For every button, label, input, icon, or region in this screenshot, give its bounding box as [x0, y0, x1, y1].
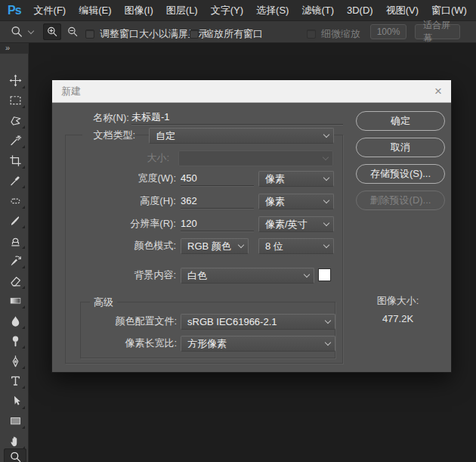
- background-label: 背景内容:: [97, 268, 176, 283]
- healing-brush-tool[interactable]: [4, 191, 26, 210]
- chevron-down-icon: [304, 271, 310, 278]
- menu-image[interactable]: 图像(I): [125, 4, 153, 17]
- resolution-label: 分辨率(R):: [97, 216, 176, 231]
- lasso-tool[interactable]: [4, 111, 26, 130]
- eraser-icon: [8, 274, 23, 288]
- zoom-in-icon: [45, 25, 59, 39]
- lasso-icon: [8, 113, 23, 128]
- healing-patch-icon: [8, 194, 23, 208]
- menu-3d[interactable]: 3D(D): [347, 5, 373, 16]
- close-icon[interactable]: ×: [434, 85, 442, 98]
- checkbox-icon: [190, 29, 199, 39]
- gradient-tool[interactable]: [4, 291, 26, 310]
- actual-pixels-button: 100%: [370, 24, 406, 39]
- background-select[interactable]: 白色: [181, 268, 314, 284]
- menu-bar: Ps 文件(F) 编辑(E) 图像(I) 图层(L) 文字(Y) 选择(S) 滤…: [0, 0, 476, 21]
- zoom-all-windows-label: 缩放所有窗口: [204, 27, 263, 41]
- zoom-in-button[interactable]: [43, 23, 61, 40]
- name-input[interactable]: 未标题-1: [131, 110, 343, 125]
- menu-filter[interactable]: 滤镜(T): [301, 4, 334, 17]
- resolution-unit-select[interactable]: 像素/英寸: [258, 216, 334, 232]
- history-brush-tool[interactable]: [4, 251, 26, 270]
- eraser-tool[interactable]: [4, 271, 26, 290]
- rectangle-shape-tool[interactable]: [4, 411, 26, 430]
- move-tool[interactable]: [4, 71, 26, 90]
- pixel-aspect-select[interactable]: 方形像素: [181, 336, 335, 352]
- chevron-down-icon: [323, 220, 329, 226]
- advanced-section-label: 高级: [90, 296, 117, 308]
- menu-file[interactable]: 文件(F): [34, 4, 66, 17]
- type-tool[interactable]: [4, 371, 26, 390]
- doc-type-select[interactable]: 自定: [149, 128, 334, 144]
- pen-tool[interactable]: [4, 352, 26, 371]
- dodge-tool[interactable]: [4, 331, 26, 350]
- collapse-panel-icon[interactable]: »: [0, 43, 29, 54]
- color-mode-label: 颜色模式:: [97, 238, 176, 253]
- chevron-down-icon: [323, 175, 329, 181]
- background-color-swatch[interactable]: [318, 268, 331, 281]
- zoom-all-windows-checkbox[interactable]: 缩放所有窗口: [190, 27, 263, 41]
- bit-depth-select[interactable]: 8 位: [258, 238, 334, 254]
- dialog-titlebar[interactable]: 新建 ×: [52, 80, 451, 103]
- resolution-input[interactable]: 120: [181, 216, 254, 231]
- width-unit-select[interactable]: 像素: [258, 171, 334, 187]
- image-size-value: 477.2K: [351, 313, 445, 324]
- brush-tool[interactable]: [4, 211, 26, 230]
- dialog-body: 高级 名称(N): 未标题-1 文档类型: 自定 大小: 宽度(W): 450 …: [52, 103, 451, 372]
- brush-icon: [8, 213, 23, 228]
- menu-layer[interactable]: 图层(L): [166, 4, 198, 17]
- zoom-tool-preset[interactable]: [9, 24, 33, 39]
- magic-wand-tool[interactable]: [4, 131, 26, 150]
- name-label: 名称(N):: [75, 110, 129, 126]
- clone-stamp-tool[interactable]: [4, 231, 26, 250]
- chevron-down-icon: [325, 340, 331, 346]
- menu-edit[interactable]: 编辑(E): [79, 4, 111, 17]
- blur-tool[interactable]: [4, 312, 26, 330]
- color-profile-select[interactable]: sRGB IEC61966-2.1: [181, 314, 335, 330]
- menu-select[interactable]: 选择(S): [256, 4, 289, 17]
- checkbox-icon: [85, 29, 94, 39]
- color-profile-label: 颜色配置文件:: [86, 314, 177, 329]
- photoshop-window: Ps 文件(F) 编辑(E) 图像(I) 图层(L) 文字(Y) 选择(S) 滤…: [0, 0, 476, 462]
- menu-window[interactable]: 窗口(W): [431, 4, 467, 17]
- ok-button[interactable]: 确定: [356, 111, 445, 131]
- options-bar: 调整窗口大小以满屏显示 缩放所有窗口 细微缩放 100% 适合屏幕: [0, 21, 476, 43]
- gradient-icon: [8, 293, 23, 308]
- zoom-out-button[interactable]: [63, 23, 82, 40]
- magic-wand-icon: [8, 133, 23, 147]
- chevron-down-icon: [28, 27, 34, 33]
- type-icon: [8, 374, 23, 388]
- chevron-down-icon: [323, 132, 329, 138]
- chevron-down-icon: [325, 318, 331, 324]
- crop-tool[interactable]: [4, 151, 26, 170]
- checkbox-icon: [307, 29, 316, 39]
- height-input[interactable]: 362: [181, 194, 254, 209]
- menu-type[interactable]: 文字(Y): [211, 4, 243, 17]
- zoom-tool-preset-icon: [9, 24, 24, 39]
- rectangular-marquee-tool[interactable]: [4, 91, 26, 110]
- fit-screen-button: 适合屏幕: [415, 24, 460, 39]
- size-select: [178, 150, 333, 166]
- image-size-label: 图像大小:: [351, 294, 445, 308]
- pen-icon: [8, 354, 23, 368]
- doc-type-label: 文档类型:: [82, 128, 135, 143]
- save-preset-button[interactable]: 存储预设(S)...: [356, 164, 445, 184]
- chevron-down-icon: [323, 197, 329, 203]
- color-mode-select[interactable]: RGB 颜色: [181, 238, 249, 254]
- dodge-icon: [8, 333, 23, 348]
- marquee-icon: [8, 93, 23, 107]
- water-drop-icon: [8, 314, 23, 328]
- cancel-button[interactable]: 取消: [356, 138, 445, 157]
- height-unit-select[interactable]: 像素: [258, 194, 334, 209]
- zoom-out-icon: [66, 25, 79, 39]
- clone-stamp-icon: [8, 234, 23, 248]
- path-selection-tool[interactable]: [4, 392, 26, 411]
- tool-panel: »: [0, 43, 29, 462]
- eyedropper-tool[interactable]: [4, 171, 26, 190]
- width-input[interactable]: 450: [181, 171, 254, 186]
- cursor-arrow-icon: [8, 394, 23, 408]
- menu-view[interactable]: 视图(V): [386, 4, 419, 17]
- zoom-tool[interactable]: [4, 448, 26, 462]
- chevron-down-icon: [323, 242, 329, 248]
- scrubby-zoom-label: 细微缩放: [321, 27, 360, 41]
